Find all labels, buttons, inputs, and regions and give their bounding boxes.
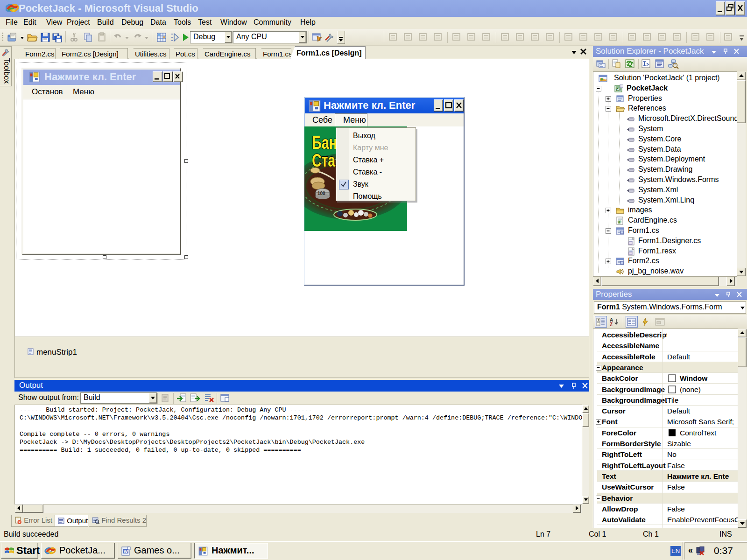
svg-text:Ста: Ста: [312, 151, 336, 170]
svg-text:100: 100: [317, 191, 325, 196]
svg-text:Бан: Бан: [312, 133, 337, 153]
svg-text:Z: Z: [610, 322, 613, 327]
svg-text:W: W: [124, 549, 128, 554]
